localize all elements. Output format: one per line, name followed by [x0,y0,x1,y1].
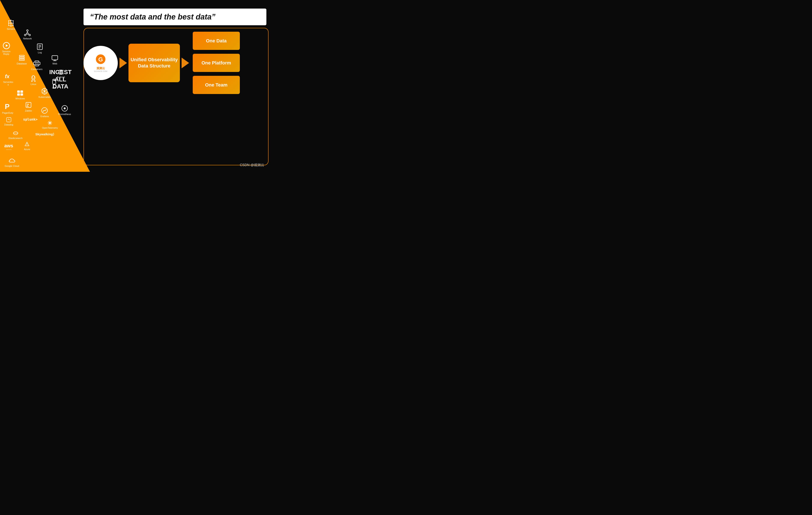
svg-text:G: G [98,56,103,63]
option-one-data-label: One Data [206,38,227,44]
right-options: One Data One Platform One Team [193,32,240,94]
arrow-2 [180,57,191,69]
quote-text: “The most data and the best data” [90,12,215,21]
guance-logo-svg: G [93,54,108,66]
flow-diagram: G 观测云 GUANCE.COM Unified ObservabilityDa… [71,32,266,94]
logo-url: GUANCE.COM [94,70,107,73]
arrow-1 [118,57,128,69]
arrow-shape-2 [181,58,189,68]
logo-brand: 观测云 [96,66,105,70]
watermark: CSDN @观测云 [240,163,264,168]
option-one-platform-label: One Platform [202,60,231,66]
quote-banner: “The most data and the best data” [84,8,266,25]
unified-text: Unified ObservabilityData Structure [130,57,178,69]
arrow-shape-1 [119,58,127,68]
option-one-team-label: One Team [205,82,228,88]
unified-box: Unified ObservabilityData Structure [128,44,180,82]
option-one-platform: One Platform [193,54,240,72]
option-one-team: One Team [193,76,240,94]
option-one-data: One Data [193,32,240,50]
logo-circle: G 观测云 GUANCE.COM [84,46,118,80]
ingest-label: INGESTALLDATA [49,68,71,90]
main-content: “The most data and the best data” G 观测云 … [71,8,266,168]
